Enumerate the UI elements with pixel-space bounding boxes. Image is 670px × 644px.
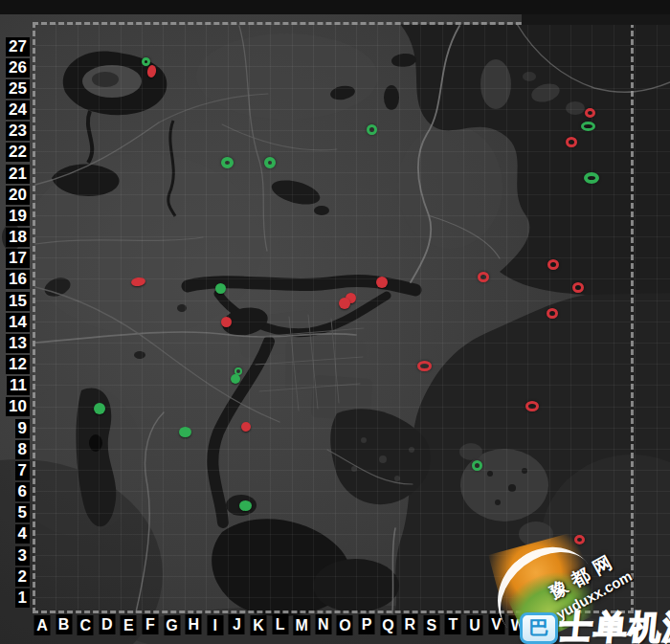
marker-green-dot — [94, 403, 105, 414]
row-label: 11 — [0, 376, 30, 395]
row-label: 15 — [0, 292, 30, 311]
marker-red-dot — [221, 317, 232, 327]
row-label: 5 — [0, 503, 30, 522]
row-label: 10 — [0, 397, 30, 416]
row-label: 1 — [0, 588, 30, 608]
watermark-brand: 巴 士单机游戏 — [520, 606, 670, 644]
map-screenshot: 2726252423222120191817161514131211109876… — [0, 0, 670, 644]
row-label: 2 — [0, 567, 30, 587]
marker-green-ring — [472, 460, 482, 471]
row-label: 26 — [0, 58, 30, 78]
marker-green-ring — [264, 157, 276, 168]
row-label: 25 — [0, 79, 30, 99]
marker-green-dot — [239, 500, 252, 511]
row-label: 16 — [0, 270, 30, 289]
row-label: 20 — [0, 186, 30, 205]
marker-green-ring — [221, 157, 234, 168]
col-label: I — [207, 615, 223, 635]
col-label: G — [164, 615, 180, 635]
col-label: O — [337, 615, 353, 635]
col-label: K — [251, 615, 267, 635]
col-label: P — [359, 614, 375, 634]
marker-red-ring — [478, 272, 489, 282]
marker-green-ring — [142, 57, 150, 66]
col-label: N — [315, 614, 331, 634]
row-label: 7 — [0, 461, 30, 480]
watermark-brand-logo: 巴 — [520, 612, 558, 644]
marker-red-ring — [572, 282, 584, 293]
col-label: J — [229, 614, 245, 634]
row-label: 8 — [0, 440, 30, 459]
col-label: L — [272, 614, 288, 634]
row-label: 22 — [0, 143, 30, 162]
row-label: 24 — [0, 100, 30, 120]
top-black-bar — [0, 0, 670, 14]
row-label: 9 — [0, 419, 30, 438]
col-label: U — [467, 615, 483, 635]
playable-area-dashed-border — [33, 22, 634, 613]
col-label: E — [121, 615, 137, 635]
col-label: A — [34, 615, 51, 635]
row-label: 19 — [0, 207, 30, 226]
row-label: 3 — [0, 546, 30, 566]
marker-red-ring — [547, 308, 558, 319]
col-label: C — [78, 615, 94, 635]
marker-green-ring — [584, 172, 599, 184]
marker-red-ring — [574, 535, 585, 544]
col-label: R — [402, 614, 418, 634]
marker-red-ring — [547, 259, 559, 270]
col-label: V — [488, 614, 504, 634]
col-label: D — [99, 614, 115, 634]
marker-green-ring — [581, 122, 595, 131]
col-label: Q — [380, 615, 396, 635]
col-label: H — [186, 614, 202, 634]
row-label: 18 — [0, 228, 30, 247]
row-label: 17 — [0, 249, 30, 268]
col-label: T — [445, 614, 461, 634]
marker-red-ring — [585, 108, 595, 118]
col-label: S — [423, 615, 439, 635]
col-label: F — [143, 614, 159, 634]
row-label: 23 — [0, 122, 30, 141]
col-label: M — [294, 615, 310, 635]
row-label: 13 — [0, 334, 30, 353]
row-label: 14 — [0, 313, 30, 332]
row-label: 4 — [0, 524, 30, 544]
marker-green-dot — [231, 374, 240, 384]
row-label: 27 — [0, 37, 30, 56]
marker-green-dot — [215, 283, 226, 294]
marker-red-ring — [525, 401, 539, 411]
marker-green-dot — [179, 427, 191, 437]
watermark-brand-text: 士单机游戏 — [558, 606, 670, 644]
marker-red-dot — [376, 277, 388, 288]
marker-green-ring — [367, 124, 377, 135]
row-label: 21 — [0, 165, 30, 184]
marker-red-ring — [417, 361, 432, 371]
row-label: 12 — [0, 355, 30, 374]
row-label: 6 — [0, 482, 30, 501]
marker-red-dot — [241, 422, 251, 432]
col-label: B — [56, 614, 72, 634]
marker-red-ring — [566, 137, 577, 147]
marker-red-dot — [339, 298, 350, 309]
